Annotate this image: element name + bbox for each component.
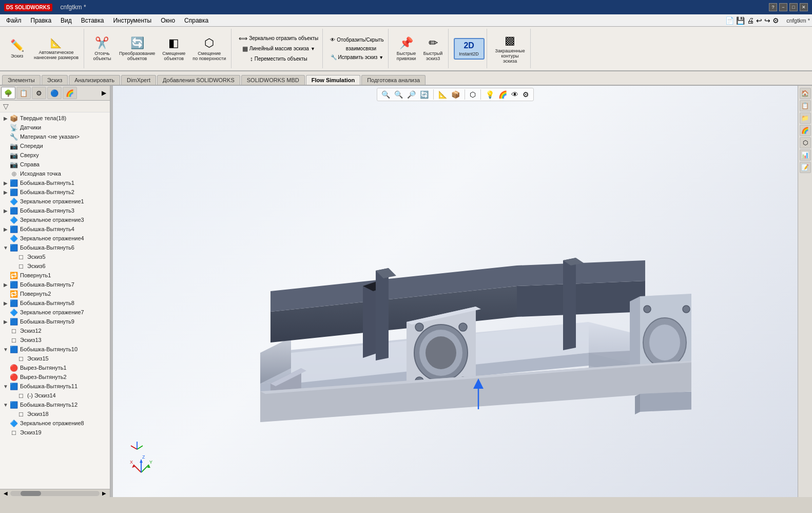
vp-btn-light[interactable]: 💡: [485, 89, 495, 100]
tree-item-boss1[interactable]: ▶ 🟦 Бобышка-Вытянуть1: [0, 178, 110, 187]
tree-item-cut1[interactable]: 🔴 Вырез-Вытянуть1: [0, 363, 110, 372]
mirror-button[interactable]: ⟺ Зеркально отразить объекты: [237, 34, 320, 43]
tree-item-boss12[interactable]: ▼ 🟦 Бобышка-Вытянуть12: [0, 400, 110, 409]
tree-item-top[interactable]: 📷 Сверху: [0, 150, 110, 160]
rp-color-button[interactable]: 🌈: [800, 125, 811, 136]
expander-boss4[interactable]: ▶: [2, 225, 9, 233]
vp-btn-visibility[interactable]: 👁: [510, 89, 519, 100]
tree-item-sketch14[interactable]: □ (-) Эскиз14: [0, 391, 110, 400]
offset-surface-button[interactable]: ⬡ Смещениепо поверхности: [189, 34, 229, 63]
expander-boss2[interactable]: ▶: [2, 188, 9, 196]
fast-sketch3-button[interactable]: ✏ Быстрыйэскиз3: [420, 34, 446, 63]
menu-help[interactable]: Справка: [180, 16, 212, 25]
trim-button[interactable]: ✂️ Отсечьобъекты: [89, 34, 115, 63]
tab-flow-simulation[interactable]: Flow Simulation: [306, 75, 360, 85]
scroll-left[interactable]: ◀: [2, 490, 9, 496]
panel-tab-feature-tree[interactable]: 🌳: [1, 87, 15, 99]
tree-item-sketch15[interactable]: □ Эскиз15: [0, 354, 110, 363]
panel-tab-config[interactable]: ⚙: [32, 87, 46, 99]
tab-prep-analysis[interactable]: Подготовка анализа: [361, 75, 426, 85]
scroll-track-h[interactable]: [10, 491, 100, 496]
tree-item-sensors[interactable]: 📡 Датчики: [0, 123, 110, 132]
viewport[interactable]: 🔍 🔍 🔎 🔄 📐 📦 ⬡ 💡 🌈 👁 ⚙: [113, 86, 798, 497]
vp-btn-zoom-area[interactable]: 🔎: [406, 89, 417, 100]
tree-item-boss4[interactable]: ▶ 🟦 Бобышка-Вытянуть4: [0, 224, 110, 234]
convert-button[interactable]: 🔄 Преобразованиеобъектов: [116, 34, 158, 63]
menu-window[interactable]: Окно: [157, 16, 179, 25]
close-button[interactable]: ✕: [800, 3, 808, 11]
expander-boss6[interactable]: ▼: [2, 244, 9, 251]
scroll-right[interactable]: ▶: [101, 490, 108, 496]
tree-item-mirror1[interactable]: 🔷 Зеркальное отражение1: [0, 197, 110, 206]
tree-item-material[interactable]: 🔧 Материал <не указан>: [0, 132, 110, 141]
rp-notes-button[interactable]: 📝: [800, 162, 811, 173]
vp-btn-sphere[interactable]: ⬡: [469, 89, 477, 100]
scroll-thumb-h[interactable]: [21, 491, 41, 496]
rp-property-button[interactable]: 📋: [800, 100, 811, 111]
tree-item-sketch5[interactable]: □ Эскиз5: [0, 252, 110, 261]
tree-item-solid-bodies[interactable]: ▶ 📦 Твердые тела(18): [0, 113, 110, 123]
rp-chart-button[interactable]: 📊: [800, 149, 811, 161]
tree-item-mirror3[interactable]: 🔷 Зеркальное отражение3: [0, 215, 110, 224]
expander-boss11[interactable]: ▼: [2, 383, 9, 390]
fix-sketch-button[interactable]: 🔧 Исправить эскиз ▼: [328, 54, 386, 61]
instant2d-button[interactable]: 2D Instant2D: [454, 38, 485, 60]
closed-contours-button[interactable]: ▩ Закрашенныеконтурыэскиза: [492, 32, 528, 66]
expander-boss7[interactable]: ▶: [2, 281, 9, 288]
minimize-button[interactable]: −: [779, 3, 787, 11]
help-button[interactable]: ?: [769, 3, 777, 11]
tab-elements[interactable]: Элементы: [2, 75, 41, 85]
tree-item-cut2[interactable]: 🔴 Вырез-Вытянуть2: [0, 372, 110, 382]
tree-item-mirror4[interactable]: 🔷 Зеркальное отражение4: [0, 234, 110, 243]
expander-boss1[interactable]: ▶: [2, 179, 9, 186]
tree-item-sketch13[interactable]: □ Эскиз13: [0, 335, 110, 345]
tree-item-mirror8[interactable]: 🔷 Зеркальное отражение8: [0, 419, 110, 428]
tree-item-boss10[interactable]: ▼ 🟦 Бобышка-Вытянуть10: [0, 345, 110, 354]
tree-item-revolve1[interactable]: 🔁 Повернуть1: [0, 271, 110, 280]
tab-dimxpert[interactable]: DimXpert: [121, 75, 156, 85]
panel-tab-scene[interactable]: 🌈: [63, 87, 77, 99]
show-hide-relations-button[interactable]: 👁 Отобразить/Скрыть: [328, 36, 385, 43]
expander-solid-bodies[interactable]: ▶: [2, 115, 9, 122]
tree-item-origin[interactable]: ⊕ Исходная точка: [0, 169, 110, 178]
expander-boss12[interactable]: ▼: [2, 401, 9, 408]
tree-item-boss9[interactable]: ▶ 🟦 Бобышка-Вытянуть9: [0, 317, 110, 326]
menu-file[interactable]: Файл: [2, 16, 26, 25]
tab-sketch[interactable]: Эскиз: [42, 75, 68, 85]
expander-boss3[interactable]: ▶: [2, 207, 9, 214]
tree-item-boss3[interactable]: ▶ 🟦 Бобышка-Вытянуть3: [0, 206, 110, 215]
tree-item-front[interactable]: 📷 Спереди: [0, 141, 110, 150]
menu-insert[interactable]: Вставка: [77, 16, 108, 25]
move-button[interactable]: ↕ Переместить объекты: [248, 55, 310, 63]
panel-tab-appearance[interactable]: 🔵: [47, 87, 62, 99]
filter-icon[interactable]: ▽: [3, 102, 9, 110]
sketch-button[interactable]: ✏️ Эскиз: [4, 37, 30, 61]
tree-item-right[interactable]: 📷 Справа: [0, 160, 110, 169]
linear-array-button[interactable]: ▦ Линейный массив эскиза ▼: [240, 45, 317, 53]
rp-geometry-button[interactable]: ⬡: [800, 137, 811, 148]
vp-btn-rotate[interactable]: 🔄: [419, 89, 430, 100]
tree-item-boss8[interactable]: ▶ 🟦 Бобышка-Вытянуть8: [0, 298, 110, 308]
expander-boss8[interactable]: ▶: [2, 299, 9, 307]
tree-item-sketch6[interactable]: □ Эскиз6: [0, 261, 110, 271]
tree-item-sketch19[interactable]: □ Эскиз19: [0, 428, 110, 437]
vp-btn-color[interactable]: 🌈: [497, 89, 508, 100]
restore-button[interactable]: □: [789, 3, 798, 11]
rp-home-button[interactable]: 🏠: [800, 88, 811, 99]
offset-button[interactable]: ◧ Смещениеобъектов: [159, 34, 188, 63]
menu-edit[interactable]: Правка: [27, 16, 56, 25]
fast-snaps-button[interactable]: 📌 Быстрыепривязки: [394, 34, 419, 63]
vp-btn-zoom-in[interactable]: 🔍: [393, 89, 404, 100]
expander-boss9[interactable]: ▶: [2, 318, 9, 325]
tree-item-boss6[interactable]: ▼ 🟦 Бобышка-Вытянуть6: [0, 243, 110, 252]
tab-additions[interactable]: Добавления SOLIDWORKS: [157, 75, 240, 85]
tree-item-boss7[interactable]: ▶ 🟦 Бобышка-Вытянуть7: [0, 280, 110, 289]
tab-mbd[interactable]: SOLIDWORKS MBD: [241, 75, 305, 85]
tree-item-boss2[interactable]: ▶ 🟦 Бобышка-Вытянуть2: [0, 187, 110, 197]
tab-analyze[interactable]: Анализировать: [69, 75, 120, 85]
tree-item-sketch18[interactable]: □ Эскиз18: [0, 409, 110, 419]
tree-item-boss11[interactable]: ▼ 🟦 Бобышка-Вытянуть11: [0, 382, 110, 391]
menu-view[interactable]: Вид: [56, 16, 76, 25]
menu-tools[interactable]: Инструменты: [109, 16, 156, 25]
vp-btn-box[interactable]: 📦: [450, 89, 461, 100]
